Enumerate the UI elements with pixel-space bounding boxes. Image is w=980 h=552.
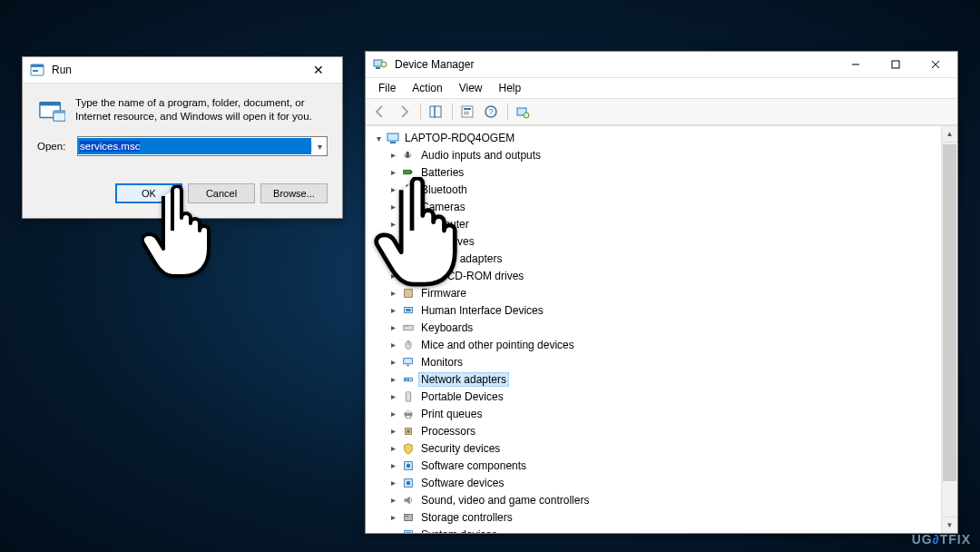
- chevron-right-icon[interactable]: ▸: [387, 322, 398, 333]
- back-button[interactable]: [369, 101, 391, 123]
- chevron-right-icon[interactable]: ▸: [387, 202, 398, 212]
- scroll-down-button[interactable]: ▼: [942, 517, 957, 533]
- chevron-right-icon[interactable]: ▸: [387, 478, 398, 488]
- tree-item[interactable]: ▸Software components: [387, 457, 941, 474]
- scrollbar[interactable]: ▲ ▼: [941, 126, 957, 533]
- chevron-right-icon[interactable]: ▸: [387, 495, 398, 506]
- forward-button[interactable]: [393, 101, 415, 123]
- minimize-button[interactable]: [836, 53, 876, 76]
- chevron-right-icon[interactable]: ▸: [387, 357, 398, 368]
- svg-rect-43: [405, 326, 406, 327]
- tree-item[interactable]: ▸Audio inputs and outputs: [387, 146, 941, 163]
- browse-button[interactable]: Browse...: [260, 183, 328, 203]
- tree-item[interactable]: ▸DVD/CD-ROM drives: [387, 267, 941, 284]
- tree-item[interactable]: ▸Computer: [387, 215, 941, 232]
- menu-view[interactable]: View: [452, 80, 490, 96]
- svg-text:?: ?: [488, 107, 493, 116]
- svg-rect-35: [404, 254, 413, 260]
- run-open-input[interactable]: [78, 138, 311, 154]
- chevron-right-icon[interactable]: ▸: [387, 460, 398, 471]
- disk-icon: [401, 234, 416, 249]
- svg-rect-36: [406, 261, 409, 262]
- tree-item[interactable]: ▸Processors: [387, 422, 941, 439]
- chevron-right-icon[interactable]: ▸: [387, 150, 398, 161]
- tree-item[interactable]: ▸Cameras: [387, 198, 941, 215]
- chevron-right-icon[interactable]: ▸: [387, 512, 398, 523]
- chevron-right-icon[interactable]: ▸: [387, 236, 398, 247]
- ok-button[interactable]: OK: [115, 183, 182, 203]
- tree-item[interactable]: ▸Storage controllers: [387, 508, 941, 526]
- device-manager-icon: [373, 57, 387, 72]
- chevron-down-icon[interactable]: ▾: [373, 133, 384, 143]
- scroll-track[interactable]: [942, 143, 957, 517]
- cancel-button[interactable]: Cancel: [188, 183, 255, 203]
- chevron-right-icon[interactable]: ▸: [387, 253, 398, 264]
- svg-rect-67: [406, 532, 410, 533]
- tree-item-label: Processors: [418, 424, 478, 439]
- tree-item[interactable]: ▸Batteries: [387, 163, 941, 181]
- tree-item[interactable]: ▸Sound, video and game controllers: [387, 491, 941, 508]
- storage-icon: [401, 510, 416, 525]
- tree-item[interactable]: ▸Print queues: [387, 405, 941, 422]
- tree-item[interactable]: ▸Software devices: [387, 474, 941, 491]
- tree-root[interactable]: ▾ LAPTOP-RDQ4OGEM: [368, 130, 941, 146]
- menu-file[interactable]: File: [371, 80, 403, 96]
- tree-item[interactable]: ▸Firmware: [387, 284, 941, 301]
- keyboard-icon: [401, 320, 416, 335]
- help-button[interactable]: ?: [480, 101, 502, 123]
- svg-rect-64: [405, 514, 413, 520]
- device-tree[interactable]: ▾ LAPTOP-RDQ4OGEM ▸Audio inputs and outp…: [366, 126, 941, 533]
- maximize-button[interactable]: [876, 53, 916, 76]
- chevron-right-icon[interactable]: ▸: [387, 409, 398, 419]
- tree-item[interactable]: ▸Bluetooth: [387, 181, 941, 198]
- run-dialog: Run ✕ Type the name of a program, folder…: [22, 56, 343, 219]
- chevron-right-icon[interactable]: ▸: [387, 426, 398, 437]
- tree-item-label: Network adapters: [418, 372, 509, 387]
- tree-item[interactable]: ▸Human Interface Devices: [387, 301, 941, 319]
- run-titlebar[interactable]: Run ✕: [23, 57, 342, 84]
- tree-item-label: Monitors: [418, 355, 466, 370]
- chevron-right-icon[interactable]: ▸: [387, 167, 398, 178]
- chevron-right-icon[interactable]: ▸: [387, 288, 398, 299]
- properties-button[interactable]: [456, 101, 478, 123]
- tree-item-label: Storage controllers: [418, 510, 515, 525]
- tree-item[interactable]: ▸Monitors: [387, 353, 941, 370]
- chevron-right-icon[interactable]: ▸: [387, 391, 398, 402]
- chevron-right-icon[interactable]: ▸: [387, 184, 398, 195]
- tree-item[interactable]: ▸System devices: [387, 526, 941, 533]
- chevron-right-icon[interactable]: ▸: [387, 271, 398, 281]
- scroll-up-button[interactable]: ▲: [942, 126, 957, 143]
- run-description: Type the name of a program, folder, docu…: [75, 96, 328, 123]
- portable-icon: [401, 389, 416, 404]
- chevron-right-icon[interactable]: ▸: [387, 305, 398, 316]
- chevron-right-icon[interactable]: ▸: [387, 219, 398, 230]
- run-open-combo[interactable]: ▾: [77, 136, 328, 156]
- tree-item-label: Portable Devices: [418, 389, 506, 404]
- tree-item[interactable]: ▸Network adapters: [387, 370, 941, 388]
- dm-titlebar[interactable]: Device Manager: [366, 52, 957, 78]
- svg-point-30: [406, 204, 409, 208]
- chevron-right-icon[interactable]: ▸: [387, 340, 398, 350]
- chevron-right-icon[interactable]: ▸: [387, 374, 398, 385]
- watermark: UG∂TFIX: [912, 532, 971, 547]
- tree-item[interactable]: ▸Security devices: [387, 439, 941, 457]
- dm-close-button[interactable]: [916, 53, 956, 76]
- tree-item-label: Bluetooth: [418, 182, 470, 197]
- svg-rect-31: [404, 220, 413, 225]
- tree-item[interactable]: ▸Display adapters: [387, 250, 941, 267]
- scroll-thumb[interactable]: [943, 144, 956, 481]
- tree-item[interactable]: ▸Portable Devices: [387, 388, 941, 405]
- tree-item[interactable]: ▸Mice and other pointing devices: [387, 336, 941, 353]
- device-manager-window: Device Manager File Action View Help ? ▾…: [365, 51, 958, 534]
- run-close-button[interactable]: ✕: [300, 60, 337, 80]
- dm-menubar: File Action View Help: [366, 78, 957, 98]
- tree-item[interactable]: ▸Keyboards: [387, 319, 941, 336]
- chevron-right-icon[interactable]: ▸: [387, 443, 398, 454]
- tree-item[interactable]: ▸Disk drives: [387, 232, 941, 250]
- menu-help[interactable]: Help: [492, 80, 529, 96]
- scan-hardware-button[interactable]: [512, 101, 534, 123]
- menu-action[interactable]: Action: [405, 80, 449, 96]
- chevron-down-icon[interactable]: ▾: [311, 142, 327, 152]
- chevron-right-icon[interactable]: ▸: [387, 529, 398, 534]
- show-hide-button[interactable]: [425, 101, 446, 123]
